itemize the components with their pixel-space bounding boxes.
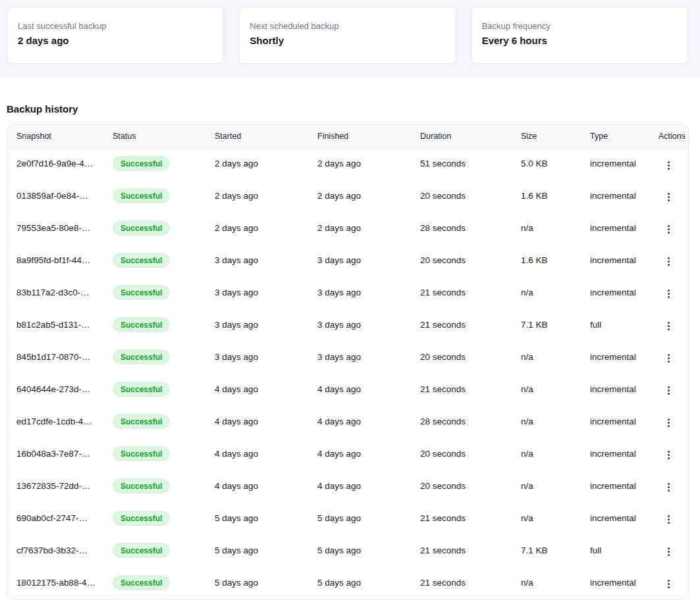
actions-cell: [659, 470, 688, 502]
table-row: 83b117a2-d3c0-… Successful 3 days ago 3 …: [7, 276, 688, 309]
snapshot-id: 8a9f95fd-bf1f-44…: [7, 244, 113, 276]
kebab-menu-icon[interactable]: [662, 287, 675, 301]
duration-cell: 20 seconds: [420, 244, 521, 276]
finished-cell: 4 days ago: [317, 470, 420, 502]
status-badge: Successful: [113, 317, 170, 332]
kebab-menu-icon[interactable]: [662, 416, 675, 430]
started-cell: 3 days ago: [215, 244, 317, 276]
table-row: ed17cdfe-1cdb-4… Successful 4 days ago 4…: [7, 405, 688, 438]
kebab-menu-icon[interactable]: [662, 222, 675, 237]
actions-cell: [659, 276, 688, 309]
status-cell: Successful: [113, 147, 215, 180]
kebab-menu-icon[interactable]: [662, 158, 675, 172]
started-cell: 5 days ago: [215, 534, 317, 567]
backup-table-body: 2e0f7d16-9a9e-4… Successful 2 days ago 2…: [7, 147, 688, 599]
status-badge: Successful: [113, 349, 170, 365]
started-cell: 3 days ago: [215, 309, 317, 341]
actions-cell: [659, 438, 688, 470]
column-header-started: Started: [215, 125, 317, 147]
table-row: 845b1d17-0870-… Successful 3 days ago 3 …: [7, 341, 688, 373]
summary-band: Last successful backup 2 days ago Next s…: [0, 0, 700, 77]
duration-cell: 21 seconds: [420, 373, 521, 405]
status-cell: Successful: [113, 212, 215, 244]
table-row: 16b048a3-7e87-… Successful 4 days ago 4 …: [7, 438, 688, 470]
table-row: 79553ea5-80e8-… Successful 2 days ago 2 …: [7, 212, 688, 244]
finished-cell: 2 days ago: [317, 180, 420, 212]
status-badge: Successful: [113, 511, 170, 526]
actions-cell: [659, 341, 688, 373]
column-header-actions: Actions: [659, 125, 688, 147]
duration-cell: 21 seconds: [420, 502, 521, 534]
size-cell: n/a: [521, 341, 590, 373]
type-cell: incremental: [590, 438, 659, 470]
snapshot-id: 13672835-72dd-…: [7, 470, 113, 502]
table-row: cf7637bd-3b32-… Successful 5 days ago 5 …: [7, 534, 688, 567]
snapshot-id: 6404644e-273d-…: [7, 373, 113, 405]
duration-cell: 20 seconds: [420, 180, 521, 212]
backup-history-table: Snapshot Status Started Finished Duratio…: [7, 125, 688, 599]
type-cell: incremental: [590, 341, 659, 373]
finished-cell: 4 days ago: [317, 373, 420, 405]
column-header-size: Size: [521, 125, 590, 147]
summary-cards: Last successful backup 2 days ago Next s…: [7, 7, 688, 64]
snapshot-id: ed17cdfe-1cdb-4…: [7, 405, 113, 438]
type-cell: full: [590, 534, 659, 567]
duration-cell: 20 seconds: [420, 341, 521, 373]
started-cell: 5 days ago: [215, 567, 317, 599]
kebab-menu-icon[interactable]: [662, 577, 675, 592]
table-header-row: Snapshot Status Started Finished Duratio…: [7, 125, 688, 147]
actions-cell: [659, 244, 688, 276]
snapshot-id: 013859af-0e84-…: [7, 180, 113, 212]
column-header-snapshot: Snapshot: [7, 125, 113, 147]
status-cell: Successful: [113, 405, 215, 438]
size-cell: 7.1 KB: [521, 534, 590, 567]
started-cell: 2 days ago: [215, 212, 317, 244]
status-cell: Successful: [113, 567, 215, 599]
page-title: Backup history: [7, 104, 689, 114]
kebab-menu-icon[interactable]: [662, 480, 675, 495]
duration-cell: 21 seconds: [420, 567, 521, 599]
column-header-type: Type: [590, 125, 659, 147]
type-cell: incremental: [590, 180, 659, 212]
status-badge: Successful: [113, 414, 170, 429]
size-cell: 7.1 KB: [521, 309, 590, 341]
finished-cell: 5 days ago: [317, 567, 420, 599]
status-cell: Successful: [113, 373, 215, 405]
size-cell: n/a: [521, 438, 590, 470]
finished-cell: 3 days ago: [317, 341, 420, 373]
actions-cell: [659, 309, 688, 341]
kebab-menu-icon[interactable]: [662, 319, 675, 334]
status-cell: Successful: [113, 438, 215, 470]
kebab-menu-icon[interactable]: [662, 351, 675, 366]
duration-cell: 28 seconds: [420, 405, 521, 438]
kebab-menu-icon[interactable]: [662, 545, 675, 559]
table-row: 013859af-0e84-… Successful 2 days ago 2 …: [7, 180, 688, 212]
kebab-menu-icon[interactable]: [662, 190, 675, 205]
actions-cell: [659, 373, 688, 405]
status-cell: Successful: [113, 502, 215, 534]
started-cell: 4 days ago: [215, 405, 317, 438]
finished-cell: 2 days ago: [317, 147, 420, 180]
kebab-menu-icon[interactable]: [662, 513, 675, 527]
size-cell: n/a: [521, 212, 590, 244]
started-cell: 4 days ago: [215, 438, 317, 470]
status-badge: Successful: [113, 575, 170, 590]
kebab-menu-icon[interactable]: [662, 448, 675, 463]
status-badge: Successful: [113, 156, 170, 171]
column-header-status: Status: [113, 125, 215, 147]
duration-cell: 51 seconds: [420, 147, 521, 180]
started-cell: 5 days ago: [215, 502, 317, 534]
actions-cell: [659, 212, 688, 244]
backup-history-table-card: Snapshot Status Started Finished Duratio…: [7, 124, 689, 599]
status-cell: Successful: [113, 244, 215, 276]
snapshot-id: 2e0f7d16-9a9e-4…: [7, 147, 113, 180]
kebab-menu-icon[interactable]: [662, 384, 675, 398]
backup-history-section: Backup history Snapshot Status Started F…: [0, 104, 700, 599]
status-badge: Successful: [113, 382, 170, 397]
snapshot-id: 83b117a2-d3c0-…: [7, 276, 113, 309]
kebab-menu-icon[interactable]: [662, 255, 675, 269]
snapshot-id: cf7637bd-3b32-…: [7, 534, 113, 567]
card-value: Every 6 hours: [482, 36, 677, 45]
snapshot-id: b81c2ab5-d131-…: [7, 309, 113, 341]
table-row: 690ab0cf-2747-… Successful 5 days ago 5 …: [7, 502, 688, 534]
